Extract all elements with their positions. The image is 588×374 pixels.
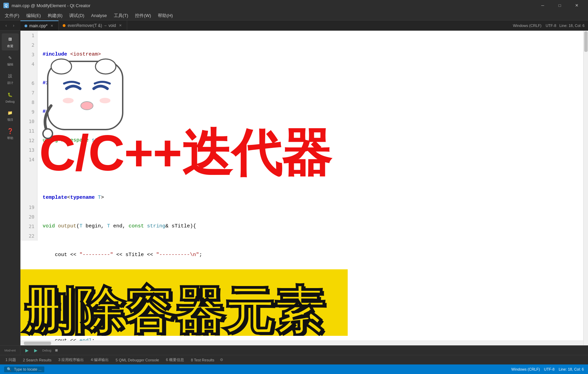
menu-tools[interactable]: 工具(T) bbox=[110, 11, 132, 20]
mod-label: Mod-ent bbox=[4, 349, 16, 352]
tab-close-main[interactable]: ✕ bbox=[49, 24, 54, 28]
menu-edit[interactable]: 编辑(E) bbox=[23, 11, 44, 20]
status-tab-search[interactable]: 2 Search Results bbox=[20, 357, 54, 363]
bottom-run-buttons: ▶ ▶ Debug ■ bbox=[20, 346, 588, 355]
menu-analyse[interactable]: Analyse bbox=[88, 12, 110, 19]
line-num-5 bbox=[23, 69, 34, 78]
sidebar-label-welcome: 欢迎 bbox=[7, 44, 13, 48]
scrollbar-thumb[interactable] bbox=[584, 31, 588, 52]
menu-bar: 文件(F) 编辑(E) 构建(B) 调试(D) Analyse 工具(T) 控件… bbox=[0, 11, 588, 20]
project-icon: 📁 bbox=[6, 109, 14, 117]
tab-close-even[interactable]: ✕ bbox=[118, 23, 123, 28]
sidebar-item-welcome[interactable]: ⊞ 欢迎 bbox=[2, 33, 19, 50]
line-num-1: 1 bbox=[23, 31, 34, 40]
menu-controls[interactable]: 控件(W) bbox=[132, 11, 154, 20]
sidebar: ⊞ 欢迎 ✎ 编辑 設 设计 🐛 Debug 📁 项目 ❓ 帮助 bbox=[0, 31, 20, 345]
sidebar-label-debug: Debug bbox=[5, 100, 15, 103]
line-num-18 bbox=[23, 193, 34, 203]
line-num-17 bbox=[23, 183, 34, 193]
svg-point-5 bbox=[63, 98, 74, 103]
tab-dot-main bbox=[25, 25, 27, 27]
menu-help[interactable]: 帮助(H) bbox=[154, 11, 176, 20]
line-num-10: 10 bbox=[23, 117, 34, 126]
search-icon: 🔍 bbox=[7, 367, 12, 371]
sidebar-item-debug[interactable]: 🐛 Debug bbox=[2, 89, 19, 106]
svg-point-6 bbox=[100, 98, 110, 103]
tab-even-remover[interactable]: evenRemover(T &) → void ✕ bbox=[59, 20, 127, 30]
code-line-9: while(begin!=end) bbox=[43, 279, 585, 288]
status-tabs-bar: 1 问题 2 Search Results 3 应用程序输出 4 编译输出 5 … bbox=[0, 355, 588, 364]
status-bar-right: Windows (CRLF) UTF-8 Line: 18, Col: 6 bbox=[511, 367, 584, 371]
menu-debug[interactable]: 调试(D) bbox=[66, 11, 88, 20]
mascot-overlay bbox=[41, 48, 136, 143]
window-title: main.cpp @ ModifyElement - Qt Creator bbox=[12, 3, 90, 8]
tab-nav: ‹ › bbox=[3, 22, 17, 29]
status-bar: 🔍 Type to locate ... Windows (CRLF) UTF-… bbox=[0, 364, 588, 374]
debug-label: Debug bbox=[42, 349, 51, 352]
app-icon: Q bbox=[3, 3, 9, 8]
tab-bar: ‹ › main.cpp* ✕ evenRemover(T &) → void … bbox=[0, 20, 588, 31]
sidebar-item-project[interactable]: 📁 项目 bbox=[2, 107, 19, 124]
status-tab-overview[interactable]: 6 概要信息 bbox=[163, 357, 187, 363]
minimize-button[interactable]: ─ bbox=[535, 0, 551, 11]
svg-point-1 bbox=[51, 59, 72, 74]
maximize-button[interactable]: □ bbox=[552, 0, 568, 11]
line-ending-label: Windows (CRLF) bbox=[513, 24, 542, 28]
svg-point-2 bbox=[95, 59, 116, 74]
title-bar: Q main.cpp @ ModifyElement - Qt Creator … bbox=[0, 0, 588, 11]
menu-build[interactable]: 构建(B) bbox=[44, 11, 66, 20]
vertical-scrollbar[interactable] bbox=[583, 31, 588, 345]
hscrollbar-thumb[interactable] bbox=[24, 342, 51, 345]
svg-point-3 bbox=[81, 102, 93, 110]
line-num-4: 4 bbox=[23, 59, 34, 69]
code-line-7: void output(T begin, T end, const string… bbox=[43, 222, 585, 231]
tab-label-main: main.cpp* bbox=[29, 24, 47, 28]
tab-label-even: evenRemover(T &) → void bbox=[67, 23, 116, 28]
sidebar-label-project: 项目 bbox=[7, 118, 13, 122]
title-bar-left: Q main.cpp @ ModifyElement - Qt Creator bbox=[3, 3, 90, 8]
run-debug-button[interactable]: ▶ bbox=[32, 347, 40, 354]
code-line-5 bbox=[43, 164, 585, 174]
line-num-13: 13 bbox=[23, 145, 34, 155]
bottom-section: Mod-ent ▶ ▶ Debug ■ 1 问题 2 Search Result… bbox=[0, 345, 588, 374]
run-button[interactable]: ▶ bbox=[23, 347, 31, 354]
stop-button[interactable]: ■ bbox=[53, 347, 60, 354]
tab-main-cpp[interactable]: main.cpp* ✕ bbox=[20, 20, 59, 30]
status-bar-left: 🔍 Type to locate ... bbox=[4, 366, 44, 372]
line-num-11: 11 bbox=[23, 126, 34, 136]
status-tab-problems[interactable]: 1 问题 bbox=[3, 357, 19, 363]
sidebar-label-edit: 编辑 bbox=[7, 62, 13, 67]
code-editor[interactable]: 1 2 3 4 6 7 8 9 10 11 12 13 14 19 20 bbox=[20, 31, 588, 345]
sidebar-item-help[interactable]: ❓ 帮助 bbox=[2, 125, 19, 143]
bottom-toolbar-row: Mod-ent ▶ ▶ Debug ■ bbox=[0, 345, 588, 355]
line-num-20: 20 bbox=[23, 212, 34, 222]
encoding-status: UTF-8 bbox=[544, 367, 555, 371]
horizontal-scrollbar[interactable] bbox=[20, 341, 583, 345]
status-tab-compile[interactable]: 4 编译输出 bbox=[88, 357, 111, 363]
code-line-10: cout << *begin, begin++" bbox=[43, 308, 585, 317]
line-numbers: 1 2 3 4 6 7 8 9 10 11 12 13 14 19 20 bbox=[20, 31, 37, 241]
line-col-status: Line: 18, Col: 6 bbox=[559, 367, 584, 371]
edit-icon: ✎ bbox=[6, 54, 14, 61]
sidebar-item-design[interactable]: 設 设计 bbox=[2, 70, 19, 87]
tab-nav-right[interactable]: › bbox=[10, 22, 17, 29]
line-num-21: 21 bbox=[23, 222, 34, 231]
search-box[interactable]: 🔍 Type to locate ... bbox=[4, 366, 44, 372]
line-num-2: 2 bbox=[23, 40, 34, 50]
encoding-label: UTF-8 bbox=[546, 24, 556, 28]
line-num-3: 3 bbox=[23, 50, 34, 59]
tab-nav-left[interactable]: ‹ bbox=[3, 22, 10, 29]
sidebar-item-edit[interactable]: ✎ 编辑 bbox=[2, 52, 19, 69]
search-placeholder: Type to locate ... bbox=[14, 367, 42, 371]
status-tab-tests[interactable]: 8 Test Results bbox=[188, 357, 217, 363]
menu-file[interactable]: 文件(F) bbox=[1, 11, 23, 20]
line-num-7: 7 bbox=[23, 88, 34, 98]
window-controls: ─ □ ✕ bbox=[535, 0, 585, 11]
status-tab-app-output[interactable]: 3 应用程序输出 bbox=[56, 357, 87, 363]
tab-status-right: Windows (CRLF) UTF-8 Line: 18, Col: 6 bbox=[513, 24, 585, 28]
line-num-15 bbox=[23, 164, 34, 174]
close-button[interactable]: ✕ bbox=[569, 0, 585, 11]
line-num-19: 19 bbox=[23, 203, 34, 212]
status-tab-qml[interactable]: 5 QML Debugger Console bbox=[113, 357, 162, 363]
line-col-label: Line: 18, Col: 6 bbox=[559, 24, 585, 28]
